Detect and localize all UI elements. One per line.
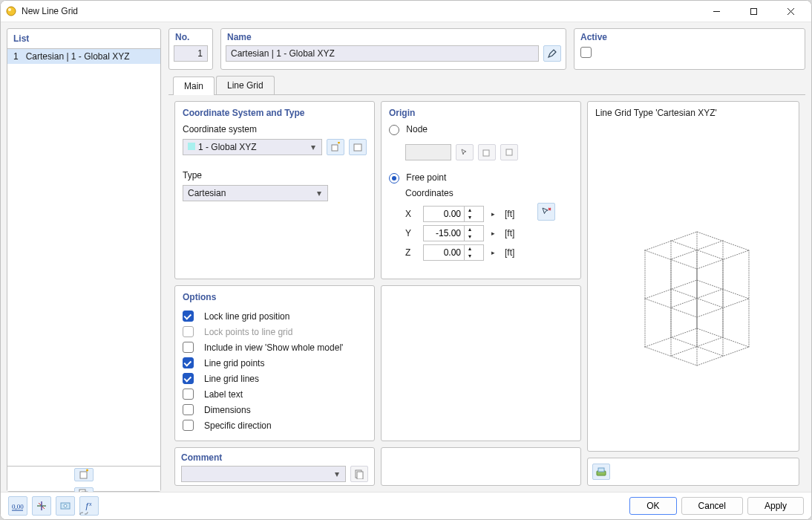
list-header-label: List [13,33,29,44]
option-row: Include in view 'Show whole model' [183,339,367,355]
active-checkbox[interactable] [580,47,592,58]
option-label: Specific direction [204,420,272,431]
dialog-footer: 0,00 ƒx OK Cancel Apply [1,492,811,519]
coord-y-input[interactable]: ▴▾ [423,225,484,241]
coord-row-x: X ▴▾ ▸ [ft] [405,206,527,222]
right-column: No. 1 Name Cartesian | 1 - Global XYZ [168,28,805,492]
svg-rect-15 [506,149,512,155]
step-menu-button[interactable]: ▸ [488,244,497,261]
comment-heading: Comment [181,452,368,463]
top-row: No. 1 Name Cartesian | 1 - Global XYZ [168,28,805,70]
coord-z-input[interactable]: ▴▾ [423,244,484,261]
blank-panel [381,285,581,441]
number-field[interactable]: 1 [174,45,208,62]
svg-point-1 [8,8,11,11]
origin-node-label: Node [406,124,428,134]
units-button[interactable]: 0,00 [8,496,27,516]
cs-combobox[interactable]: 1 - Global XYZ ▾ [183,139,322,155]
title-bar: New Line Grid [1,1,811,22]
preview-settings-button[interactable] [592,464,610,480]
number-value: 1 [197,48,203,59]
preview-viewport[interactable] [588,124,799,451]
step-menu-button[interactable]: ▸ [488,225,497,241]
option-checkbox[interactable] [183,373,194,384]
coord-y-unit: [ft] [505,228,527,238]
main-area: Main Line Grid Coordinate System and Typ… [168,76,805,492]
tab-main[interactable]: Main [173,77,215,95]
node-new-button [478,144,496,160]
option-checkbox[interactable] [183,311,194,322]
option-checkbox[interactable] [183,404,194,415]
work-plane-button[interactable] [32,496,51,516]
edit-name-button[interactable] [543,45,561,62]
option-checkbox[interactable] [183,420,194,431]
active-label: Active [580,32,607,42]
spin-down-icon[interactable]: ▾ [464,233,474,241]
origin-free-point-label: Free point [406,172,446,183]
coord-heading: Coordinate System and Type [183,108,367,118]
list-toolbar [7,466,160,491]
window-minimize-button[interactable] [700,1,733,22]
tab-bar: Main Line Grid [168,76,805,95]
coord-axis-z: Z [405,247,419,258]
spin-up-icon[interactable]: ▴ [464,245,474,253]
window-close-button[interactable] [774,1,807,22]
pick-point-button[interactable] [537,203,555,221]
active-panel: Active [574,28,805,70]
option-row: Dimensions [183,402,367,417]
cs-label: Coordinate system [183,124,367,134]
option-checkbox[interactable] [183,357,194,368]
option-label: Line grid points [204,358,264,368]
svg-rect-3 [750,8,756,14]
options-heading: Options [183,292,367,302]
step-menu-button[interactable]: ▸ [488,206,497,222]
new-item-button[interactable] [74,468,94,481]
comment-attach-button[interactable] [350,466,368,482]
spin-down-icon[interactable]: ▾ [464,253,474,260]
edit-cs-button[interactable] [349,139,367,155]
spin-down-icon[interactable]: ▾ [464,214,474,221]
list-body[interactable]: 1 Cartesian | 1 - Global XYZ [7,49,160,466]
new-cs-button[interactable] [327,139,344,155]
tab-line-grid[interactable]: Line Grid [216,76,275,94]
coord-row-y: Y ▴▾ ▸ [ft] [405,225,527,241]
comment-panel: Comment ▾ [174,447,375,486]
type-combobox[interactable]: Cartesian ▾ [183,185,328,201]
node-id-field [405,144,451,160]
option-checkbox[interactable] [183,389,194,400]
coord-z-value[interactable] [424,247,464,258]
tab-content: Coordinate System and Type Coordinate sy… [168,95,805,492]
window-title: New Line Grid [22,6,695,16]
option-label: Dimensions [204,405,251,415]
comment-combobox[interactable]: ▾ [181,466,346,482]
window-maximize-button[interactable] [737,1,770,22]
chevron-down-icon: ▾ [332,469,342,479]
dialog-window: New Line Grid List 1 Cartesian | 1 [0,0,812,520]
option-row: Lock line grid position [183,308,367,324]
options-panel: Options Lock line grid position Lock poi… [174,285,375,441]
svg-rect-36 [598,468,604,472]
name-field[interactable]: Cartesian | 1 - Global XYZ [226,45,539,62]
number-panel: No. 1 [168,28,213,70]
cs-value: 1 - Global XYZ [198,142,257,152]
node-disabled-row [405,144,573,160]
type-value: Cartesian [188,188,226,198]
coord-x-unit: [ft] [505,209,527,219]
svg-point-0 [7,7,16,16]
origin-free-point-radio[interactable] [389,173,399,183]
spin-up-icon[interactable]: ▴ [464,207,474,214]
coord-x-value[interactable] [424,209,464,219]
option-checkbox[interactable] [183,342,194,353]
spin-up-icon[interactable]: ▴ [464,226,474,233]
list-item[interactable]: 1 Cartesian | 1 - Global XYZ [7,49,160,64]
view-button[interactable] [56,496,75,516]
apply-button[interactable]: Apply [747,497,804,515]
origin-node-radio[interactable] [389,125,399,135]
ok-button[interactable]: OK [629,497,676,515]
cancel-button[interactable]: Cancel [681,497,743,515]
coord-y-value[interactable] [424,228,464,238]
left-two-columns: Coordinate System and Type Coordinate sy… [174,101,581,486]
coord-x-input[interactable]: ▴▾ [423,206,484,222]
cs-swatch-icon [188,143,195,150]
origin-panel: Origin Node [381,101,581,279]
